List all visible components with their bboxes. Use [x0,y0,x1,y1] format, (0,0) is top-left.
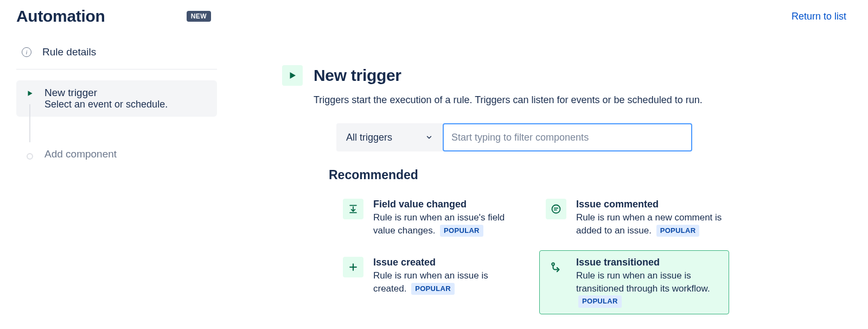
comment-icon [546,199,566,219]
new-badge: NEW [187,11,212,22]
step-connector [29,104,30,142]
page-title: Automation [16,7,105,26]
trigger-card-issue-created[interactable]: Issue created Rule is run when an issue … [336,250,526,314]
card-desc: Rule is run when a new comment is added … [576,211,723,237]
filter-components-input[interactable] [443,123,692,151]
transition-icon [546,257,566,277]
main-panel: New trigger Triggers start the execution… [228,33,868,329]
recommended-section-title: Recommended [329,168,846,182]
field-change-icon [343,199,363,219]
popular-badge: POPULAR [411,283,455,295]
circle-bullet-icon [24,148,36,160]
trigger-card-issue-commented[interactable]: Issue commented Rule is run when a new c… [539,192,729,244]
card-title: Field value changed [373,199,520,210]
sidebar: i Rule details New trigger Select an eve… [0,33,228,329]
title-group: Automation NEW [16,7,211,26]
trigger-card-field-value-changed[interactable]: Field value changed Rule is run when an … [336,192,526,244]
rule-details-label: Rule details [42,46,96,58]
step-new-trigger[interactable]: New trigger Select an event or schedule. [16,80,217,117]
rule-details-button[interactable]: i Rule details [16,33,217,69]
step-subtitle: Select an event or schedule. [44,99,168,110]
plus-icon [343,257,363,277]
play-icon [282,65,303,86]
step-add-label: Add component [44,148,117,160]
step-add-component[interactable]: Add component [16,142,217,167]
root-layout: i Rule details New trigger Select an eve… [0,33,868,329]
controls-row: All triggers [336,123,846,151]
popular-badge: POPULAR [656,225,700,237]
trigger-title: New trigger [314,66,401,85]
card-title: Issue created [373,257,520,268]
page-header: Automation NEW Return to list [0,0,868,33]
popular-badge: POPULAR [440,225,483,237]
card-title: Issue transitioned [576,257,723,268]
step-list: New trigger Select an event or schedule.… [16,69,217,167]
card-desc: Rule is run when an issue is created. PO… [373,269,520,295]
svg-point-8 [552,263,554,265]
trigger-card-issue-transitioned[interactable]: Issue transitioned Rule is run when an i… [539,250,729,314]
trigger-header: New trigger [282,65,846,86]
trigger-description: Triggers start the execution of a rule. … [314,93,846,107]
return-to-list-link[interactable]: Return to list [792,11,846,22]
card-title: Issue commented [576,199,723,210]
recommended-card-list: Field value changed Rule is run when an … [336,192,846,321]
chevron-down-icon [425,134,433,141]
card-desc: Rule is run when an issue's field value … [373,211,520,237]
step-title: New trigger [44,87,168,99]
play-icon [24,87,36,97]
popular-badge: POPULAR [578,295,622,307]
trigger-category-select[interactable]: All triggers [336,123,443,151]
svg-point-3 [552,205,560,213]
card-desc: Rule is run when an issue is transitione… [576,269,723,308]
info-icon: i [22,47,31,57]
select-label: All triggers [346,132,392,143]
